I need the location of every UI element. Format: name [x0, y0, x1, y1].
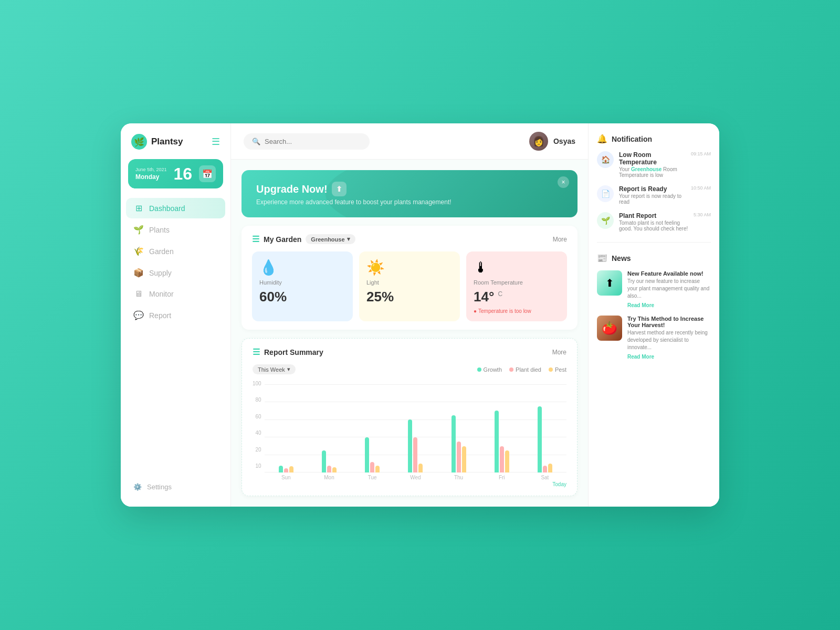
bar-pest-fri — [505, 450, 509, 472]
main-content: 🔍 👩 Osyas Upgrade Now! ⬆ Experience more… — [231, 123, 588, 507]
light-label: Light — [366, 279, 453, 286]
notif-item-3: 🌱 Plant Report Tomato plant is not feeli… — [597, 212, 711, 232]
notif-2-content: Report is Ready Your report is now ready… — [619, 185, 686, 205]
x-label-fri: Fri — [480, 475, 523, 480]
y-100: 100 — [253, 381, 261, 386]
plants-icon: 🌱 — [133, 225, 144, 235]
bar-died-fri — [500, 446, 504, 472]
garden-stats: 💧 Humidity 60% ☀️ Light 25% 🌡 Room Tempe… — [252, 251, 567, 321]
settings-item[interactable]: ⚙️ Settings — [121, 478, 230, 496]
hamburger-icon[interactable]: ☰ — [212, 136, 220, 148]
pest-dot — [549, 368, 553, 372]
notifications-title: 🔔 Notification — [597, 134, 711, 144]
supply-icon: 📦 — [133, 268, 144, 278]
notif-1-content: Low Room Temperature Your Greenhouse Roo… — [619, 151, 686, 178]
news-2-title: Try This Method to Increase Your Harvest… — [627, 316, 711, 328]
my-garden-header: ☰ My Garden Greenhouse ▾ More — [252, 234, 567, 244]
report-summary-more[interactable]: More — [552, 349, 566, 356]
report-summary-title-text: Report Summary — [264, 348, 323, 356]
sidebar-item-plants-label: Plants — [149, 226, 170, 234]
legend-plant-died: Plant died — [509, 366, 541, 373]
light-value: 25% — [366, 289, 453, 305]
banner-subtitle: Experience more advanced feature to boos… — [256, 198, 563, 206]
search-icon: 🔍 — [252, 138, 260, 145]
notifications-title-text: Notification — [612, 135, 652, 143]
y-10: 10 — [253, 463, 261, 469]
sidebar-item-monitor[interactable]: 🖥 Monitor — [126, 284, 225, 304]
notif-3-avatar: 🌱 — [597, 212, 614, 229]
x-label-sun: Sun — [265, 475, 308, 480]
notif-2-desc: Your report is now ready to read — [619, 193, 686, 205]
app-name: Plantsy — [151, 136, 183, 147]
bars-area — [265, 384, 566, 472]
plant-died-dot — [509, 368, 513, 372]
sidebar-item-report[interactable]: 💬 Report — [126, 305, 225, 326]
temperature-value: 14° C — [474, 289, 560, 305]
report-summary-header: ☰ Report Summary More — [253, 347, 566, 357]
news-1-content: New Feature Available now! Try our new f… — [627, 270, 711, 309]
bar-died-sat — [543, 466, 547, 472]
sidebar-item-garden[interactable]: 🌾 Garden — [126, 241, 225, 261]
sidebar-item-supply[interactable]: 📦 Supply — [126, 262, 225, 283]
light-icon: ☀️ — [366, 259, 453, 276]
legend-growth: Growth — [477, 366, 502, 373]
bar-group-wed — [394, 419, 437, 472]
settings-icon: ⚙️ — [133, 483, 142, 491]
report-summary-title: ☰ Report Summary — [253, 347, 323, 357]
x-label-mon: Mon — [308, 475, 351, 480]
temperature-icon: 🌡 — [474, 259, 560, 276]
bar-died-mon — [327, 466, 331, 472]
logo-area: 🌿 Plantsy — [131, 134, 183, 150]
news-2-thumb: 🍅 — [597, 316, 622, 341]
notif-3-title: Plant Report — [619, 212, 688, 219]
bell-icon: 🔔 — [597, 134, 607, 144]
humidity-value: 60% — [259, 289, 345, 305]
date-info: June 5th, 2021 Monday — [135, 167, 167, 181]
chart-bars-wrapper: SunMonTueWedThuFriSat — [265, 384, 566, 480]
sidebar-item-supply-label: Supply — [149, 269, 172, 277]
date-card: June 5th, 2021 Monday 16 📅 — [128, 159, 223, 188]
search-input[interactable] — [265, 138, 361, 145]
sidebar-logo: 🌿 Plantsy ☰ — [121, 134, 230, 159]
bar-group-fri — [480, 411, 523, 472]
chevron-week-icon: ▾ — [287, 366, 290, 373]
bar-growth-tue — [365, 437, 369, 472]
notif-3-content: Plant Report Tomato plant is not feeling… — [619, 212, 688, 232]
light-stat: ☀️ Light 25% — [359, 251, 460, 321]
temperature-warning: ● Temperature is too low — [474, 308, 560, 314]
chevron-down-icon: ▾ — [347, 236, 350, 243]
report-card-icon: ☰ — [253, 347, 260, 357]
bar-growth-wed — [408, 419, 412, 472]
today-label: Today — [253, 481, 566, 487]
bar-growth-mon — [322, 450, 326, 472]
bar-died-sun — [284, 468, 288, 472]
growth-dot — [477, 368, 481, 372]
sidebar-item-plants[interactable]: 🌱 Plants — [126, 219, 225, 240]
news-2-read-more[interactable]: Read More — [627, 354, 654, 360]
temperature-warning-text: Temperature is too low — [478, 308, 531, 314]
sidebar-item-dashboard[interactable]: ⊞ Dashboard — [126, 198, 225, 218]
week-dropdown[interactable]: This Week ▾ — [253, 364, 296, 374]
bar-growth-thu — [452, 415, 456, 472]
banner-close-button[interactable]: × — [558, 176, 569, 188]
user-name: Osyas — [553, 137, 575, 145]
news-1-read-more[interactable]: Read More — [627, 302, 654, 308]
temperature-label: Room Temperature — [474, 279, 560, 286]
date-number: 16 — [173, 165, 192, 182]
search-bar[interactable]: 🔍 — [244, 133, 370, 150]
y-60: 60 — [253, 414, 261, 419]
report-icon: 💬 — [133, 310, 144, 320]
legend-pest: Pest — [549, 366, 566, 373]
banner-decoration — [326, 170, 578, 217]
banner-title-text: Upgrade Now! — [256, 183, 328, 195]
news-title: 📰 News — [597, 253, 711, 263]
app-container: 🌿 Plantsy ☰ June 5th, 2021 Monday 16 📅 ⊞… — [121, 123, 719, 507]
notifications-section: 🔔 Notification 🏠 Low Room Temperature Yo… — [597, 134, 711, 232]
page-body: Upgrade Now! ⬆ Experience more advanced … — [231, 160, 588, 507]
avatar: 👩 — [529, 132, 548, 151]
calendar-icon: 📅 — [199, 165, 216, 182]
sidebar-item-garden-label: Garden — [149, 247, 174, 256]
humidity-label: Humidity — [259, 279, 345, 286]
greenhouse-dropdown[interactable]: Greenhouse ▾ — [306, 234, 355, 244]
my-garden-more[interactable]: More — [553, 236, 567, 243]
